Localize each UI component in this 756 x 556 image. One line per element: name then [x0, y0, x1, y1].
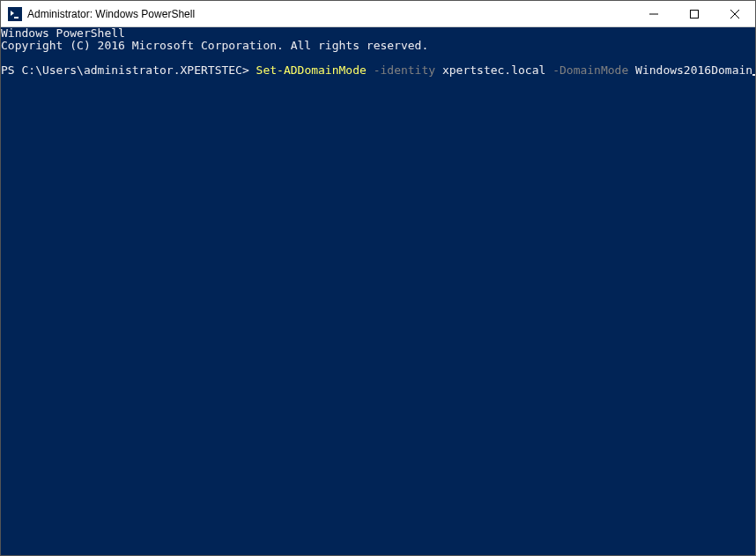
terminal-param-identity: -identity	[367, 63, 442, 77]
terminal-value-domainmode: Windows2016Domain	[635, 63, 752, 77]
window-title: Administrator: Windows PowerShell	[27, 8, 634, 20]
titlebar[interactable]: Administrator: Windows PowerShell	[1, 1, 755, 27]
maximize-icon	[690, 10, 699, 19]
close-icon	[730, 10, 739, 19]
maximize-button[interactable]	[674, 1, 715, 26]
terminal-cmdlet: Set-ADDomainMode	[256, 63, 367, 77]
minimize-button[interactable]	[634, 1, 674, 26]
terminal-header-line2: Copyright (C) 2016 Microsoft Corporation…	[1, 39, 428, 52]
powershell-icon	[8, 7, 22, 21]
minimize-icon	[649, 10, 658, 19]
window-controls	[634, 1, 755, 26]
terminal-param-domainmode: -DomainMode	[545, 63, 635, 77]
terminal-value-identity: xpertstec.local	[442, 63, 545, 77]
terminal-area[interactable]: Windows PowerShell Copyright (C) 2016 Mi…	[1, 27, 755, 555]
terminal-cursor	[752, 74, 755, 76]
powershell-window: Administrator: Windows PowerShell Window…	[0, 0, 756, 556]
svg-rect-1	[691, 10, 699, 18]
terminal-prompt: PS C:\Users\administrator.XPERTSTEC>	[1, 63, 256, 77]
terminal-header-line1: Windows PowerShell	[1, 27, 125, 40]
close-button[interactable]	[715, 1, 755, 26]
